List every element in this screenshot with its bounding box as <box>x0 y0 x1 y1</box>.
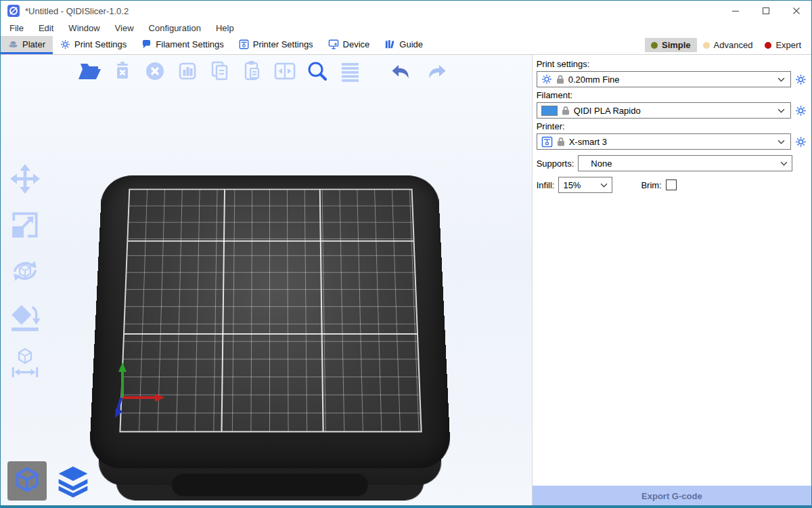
infill-value: 15% <box>563 180 596 190</box>
tab-label: Device <box>343 39 370 49</box>
print-settings-value: 0.20mm Fine <box>568 75 773 85</box>
plater-toolbar <box>76 58 449 85</box>
print-settings-gear-icon <box>60 39 70 49</box>
view-mode-switcher <box>7 461 93 501</box>
supports-value: None <box>591 158 776 169</box>
print-settings-combo[interactable]: 0.20mm Fine <box>537 71 791 87</box>
3d-viewport[interactable] <box>1 55 532 506</box>
gizmo-toolbar <box>6 162 44 380</box>
bed-handle-notch <box>172 473 369 496</box>
lock-icon <box>556 75 564 84</box>
app-logo-icon <box>7 5 20 17</box>
brim-checkbox[interactable] <box>666 179 677 190</box>
redo-icon[interactable] <box>422 58 449 85</box>
menu-edit[interactable]: Edit <box>31 21 61 36</box>
printer-settings-icon <box>239 39 249 49</box>
expert-mode-dot-icon <box>765 42 771 49</box>
menu-window[interactable]: Window <box>61 21 107 36</box>
gear-icon <box>541 74 552 85</box>
menu-help[interactable]: Help <box>208 21 242 36</box>
print-settings-gear-button[interactable] <box>794 72 807 86</box>
split-to-objects-icon[interactable] <box>271 58 298 85</box>
guide-icon <box>384 39 395 49</box>
delete-all-icon[interactable] <box>141 58 168 85</box>
filament-gear-button[interactable] <box>794 104 807 117</box>
export-gcode-label: Export G-code <box>641 491 702 501</box>
tab-guide[interactable]: Guide <box>377 36 430 54</box>
3d-editor-view-icon[interactable] <box>7 461 47 501</box>
infill-combo[interactable]: 15% <box>558 177 612 193</box>
printer-value: X-smart 3 <box>569 137 773 147</box>
gear-icon <box>795 105 807 117</box>
filament-label: Filament: <box>537 90 807 101</box>
tab-label: Filament Settings <box>156 39 223 49</box>
move-tool-icon[interactable] <box>6 162 44 196</box>
tab-label: Guide <box>399 39 423 49</box>
supports-combo[interactable]: None <box>578 155 792 171</box>
gear-icon <box>795 136 807 148</box>
variable-layer-height-icon[interactable] <box>336 58 363 85</box>
tab-print-settings[interactable]: Print Settings <box>53 36 134 54</box>
infill-label: Infill: <box>537 180 555 190</box>
tab-label: Printer Settings <box>253 39 313 49</box>
tab-device[interactable]: Device <box>321 36 378 54</box>
app-window: *Untitled - QIDISlicer-1.0.2 File Edit W… <box>0 0 812 508</box>
filament-settings-icon <box>141 39 152 49</box>
rotate-tool-icon[interactable] <box>6 254 44 288</box>
mode-label: Advanced <box>714 40 753 50</box>
chevron-down-icon <box>780 161 788 166</box>
close-button[interactable] <box>781 1 811 21</box>
printer-combo[interactable]: X-smart 3 <box>537 133 791 150</box>
printer-label: Printer: <box>537 121 807 132</box>
tab-bar: Plater Print Settings Filament Settings … <box>1 36 811 55</box>
brim-label: Brim: <box>641 180 661 190</box>
menu-configuration[interactable]: Configuration <box>141 21 208 36</box>
preview-view-icon[interactable] <box>53 461 93 501</box>
mode-label: Simple <box>662 40 691 50</box>
advanced-mode-dot-icon <box>703 42 710 49</box>
place-on-face-tool-icon[interactable] <box>6 300 44 334</box>
settings-sidebar: Print settings: 0.20mm Fine Filament: QI… <box>532 55 811 506</box>
tab-filament-settings[interactable]: Filament Settings <box>134 36 231 54</box>
menu-file[interactable]: File <box>2 21 31 36</box>
tab-printer-settings[interactable]: Printer Settings <box>231 36 321 54</box>
plater-icon <box>8 39 18 49</box>
simple-mode-dot-icon <box>651 42 658 49</box>
window-title: *Untitled - QIDISlicer-1.0.2 <box>25 6 129 16</box>
mode-expert[interactable]: Expert <box>759 38 807 52</box>
chevron-down-icon <box>600 183 608 188</box>
chevron-down-icon <box>777 140 785 144</box>
menu-bar: File Edit Window View Configuration Help <box>1 21 811 36</box>
tab-label: Print Settings <box>74 39 127 49</box>
paste-icon[interactable] <box>239 58 266 85</box>
print-settings-label: Print settings: <box>537 59 807 70</box>
scale-tool-icon[interactable] <box>6 208 44 242</box>
measure-tool-icon[interactable] <box>6 346 44 380</box>
printer-gear-button[interactable] <box>794 135 807 148</box>
lock-icon <box>557 137 565 146</box>
supports-label: Supports: <box>537 158 574 169</box>
copy-icon[interactable] <box>206 58 233 85</box>
export-gcode-button[interactable]: Export G-code <box>533 486 811 506</box>
mode-advanced[interactable]: Advanced <box>697 38 759 52</box>
filament-value: QIDI PLA Rapido <box>574 106 773 116</box>
chevron-down-icon <box>777 77 785 82</box>
filament-combo[interactable]: QIDI PLA Rapido <box>537 102 791 119</box>
device-icon <box>328 39 339 49</box>
mode-label: Expert <box>775 40 801 50</box>
tab-plater[interactable]: Plater <box>1 36 53 54</box>
maximize-button[interactable] <box>750 1 781 21</box>
chevron-down-icon <box>777 108 785 113</box>
title-bar[interactable]: *Untitled - QIDISlicer-1.0.2 <box>1 1 811 21</box>
mode-simple[interactable]: Simple <box>645 38 697 52</box>
tab-label: Plater <box>22 39 45 49</box>
minimize-button[interactable] <box>720 1 750 21</box>
arrange-icon[interactable] <box>174 58 201 85</box>
undo-icon[interactable] <box>389 58 416 85</box>
search-icon[interactable] <box>304 58 331 85</box>
menu-view[interactable]: View <box>108 21 141 36</box>
open-project-icon[interactable] <box>76 58 104 85</box>
delete-icon[interactable] <box>109 58 136 85</box>
printer-icon <box>541 136 553 148</box>
mode-switcher: Simple Advanced Expert <box>645 36 811 54</box>
